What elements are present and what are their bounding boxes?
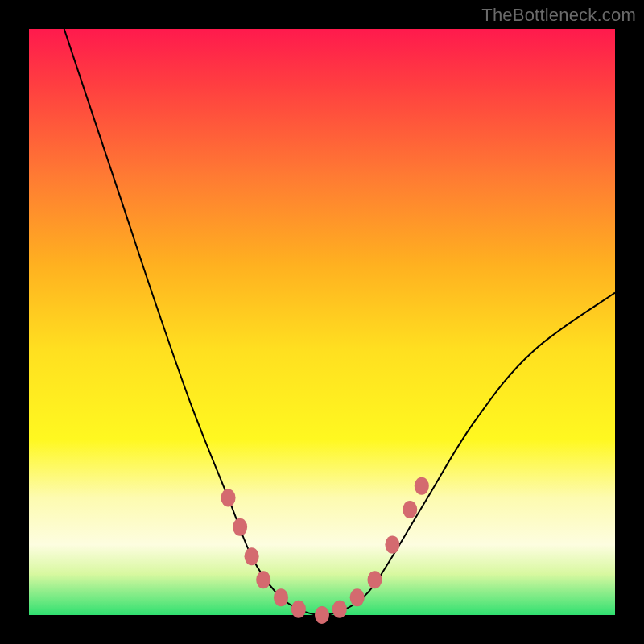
highlight-dot: [402, 501, 417, 518]
chart-svg: [29, 29, 615, 615]
highlight-dot: [245, 547, 259, 565]
highlight-dot: [274, 588, 288, 606]
highlight-dot: [291, 601, 306, 618]
highlight-dot: [315, 606, 329, 624]
chart-plot-area: [29, 29, 615, 615]
bottleneck-curve: [64, 29, 615, 615]
highlight-dot: [415, 477, 429, 495]
highlight-dot: [332, 601, 347, 618]
highlight-dot: [368, 571, 382, 588]
watermark-text: TheBottleneck.com: [481, 5, 636, 26]
highlight-dots: [221, 477, 429, 624]
highlight-dot: [221, 489, 236, 506]
highlight-dot: [256, 571, 270, 588]
highlight-dot: [385, 536, 399, 554]
highlight-dot: [233, 518, 247, 536]
highlight-dot: [350, 588, 365, 606]
